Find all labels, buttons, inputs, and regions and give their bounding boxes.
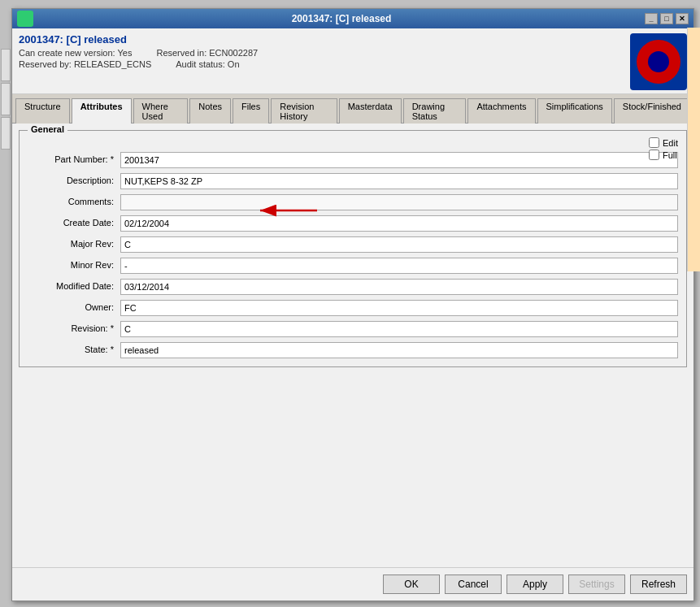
form-grid: Part Number: *Description:Comments:Creat… — [28, 152, 678, 358]
tab-files[interactable]: Files — [233, 98, 269, 124]
label-description: Description: — [28, 173, 117, 189]
general-panel: General Edit Full Part Number: *Descript… — [19, 130, 687, 367]
apply-button[interactable]: Apply — [507, 574, 563, 594]
input-comments[interactable] — [120, 194, 678, 210]
cancel-button[interactable]: Cancel — [445, 574, 502, 594]
header-left: 2001347: [C] released Can create new ver… — [19, 33, 624, 69]
tab-simplifications[interactable]: Simplifications — [537, 98, 612, 124]
header-meta-2: Reserved by: RELEASED_ECNS Audit status:… — [19, 59, 624, 69]
app-icon — [17, 11, 33, 27]
full-checkbox-row[interactable]: Full — [649, 150, 678, 160]
label-comments: Comments: — [28, 194, 117, 210]
header-title: 2001347: [C] released — [19, 33, 127, 46]
footer: OK Cancel Apply Settings Refresh — [12, 567, 693, 600]
label-minor-rev: Minor Rev: — [28, 258, 117, 274]
tab-drawing-status[interactable]: Drawing Status — [403, 98, 467, 124]
settings-button[interactable]: Settings — [568, 574, 625, 594]
tab-where-used[interactable]: Where Used — [133, 98, 189, 124]
label-modified-date: Modified Date: — [28, 279, 117, 295]
input-major-rev[interactable] — [120, 236, 678, 253]
full-label: Full — [663, 150, 677, 160]
full-checkbox[interactable] — [649, 150, 659, 160]
edit-label: Edit — [663, 138, 678, 148]
meta-reserved-in: Reserved in: ECN002287 — [156, 48, 258, 58]
panel-title: General — [28, 124, 67, 134]
window-title: 2001347: [C] released — [38, 13, 645, 24]
label-major-rev: Major Rev: — [28, 236, 117, 253]
label-state: State: * — [28, 342, 117, 358]
input-owner[interactable] — [120, 300, 678, 316]
panel-options: Edit Full — [649, 137, 678, 160]
content-area: General Edit Full Part Number: *Descript… — [12, 124, 693, 567]
window-controls: _ □ ✕ — [645, 13, 689, 24]
input-revision[interactable] — [120, 321, 678, 337]
edit-checkbox[interactable] — [649, 137, 659, 148]
right-panel — [687, 28, 700, 271]
label-owner: Owner: — [28, 300, 117, 316]
input-part-number[interactable] — [120, 152, 678, 168]
label-part-number: Part Number: * — [28, 152, 117, 168]
label-create-date: Create Date: — [28, 215, 117, 232]
maximize-button[interactable]: □ — [660, 13, 673, 24]
tabs-area: StructureAttributesWhere UsedNotesFilesR… — [12, 94, 693, 124]
main-window: 2001347: [C] released _ □ ✕ 2001347: [C]… — [11, 8, 694, 601]
tab-masterdata[interactable]: Masterdata — [339, 98, 402, 124]
close-button[interactable]: ✕ — [676, 13, 689, 24]
meta-audit: Audit status: On — [176, 59, 239, 69]
tab-notes[interactable]: Notes — [189, 98, 231, 124]
title-bar: 2001347: [C] released _ □ ✕ — [12, 9, 693, 28]
logo-inner-circle — [648, 51, 669, 72]
minimize-button[interactable]: _ — [645, 13, 658, 24]
meta-can-create: Can create new version: Yes — [19, 48, 132, 58]
input-modified-date[interactable] — [120, 279, 678, 295]
refresh-button[interactable]: Refresh — [630, 574, 687, 594]
left-edge — [0, 0, 11, 607]
tab-stock/finished[interactable]: Stock/Finished — [614, 98, 690, 124]
meta-reserved-by: Reserved by: RELEASED_ECNS — [19, 59, 151, 69]
header-area: 2001347: [C] released Can create new ver… — [12, 28, 693, 94]
input-state[interactable] — [120, 342, 678, 358]
edit-checkbox-row[interactable]: Edit — [649, 137, 678, 148]
edge-item — [1, 83, 11, 115]
header-icon-row: 2001347: [C] released — [19, 33, 624, 48]
tab-attachments[interactable]: Attachments — [467, 98, 535, 124]
header-logo — [630, 33, 687, 90]
input-description[interactable] — [120, 173, 678, 189]
tab-structure[interactable]: Structure — [15, 98, 70, 124]
edge-item — [1, 49, 11, 81]
ok-button[interactable]: OK — [383, 574, 440, 594]
label-revision: Revision: * — [28, 321, 117, 337]
edge-item — [1, 117, 11, 150]
header-meta: Can create new version: Yes Reserved in:… — [19, 48, 624, 58]
tab-attributes[interactable]: Attributes — [72, 98, 132, 124]
input-minor-rev[interactable] — [120, 258, 678, 274]
logo-outer-circle — [637, 40, 680, 84]
input-create-date[interactable] — [120, 215, 678, 232]
tab-revision-history[interactable]: Revision History — [271, 98, 337, 124]
